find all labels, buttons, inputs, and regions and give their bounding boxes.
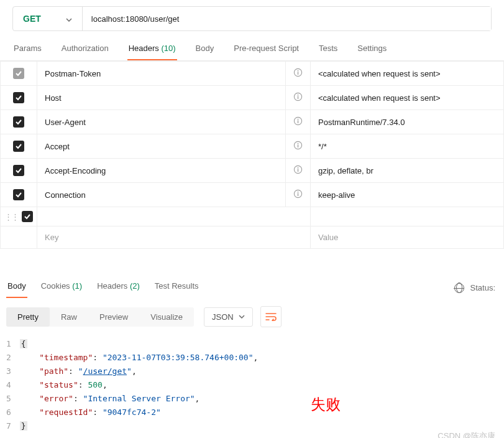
header-value[interactable]: PostmanRuntime/7.34.0 <box>311 110 504 134</box>
format-label: JSON <box>212 312 234 322</box>
info-icon[interactable] <box>286 183 311 207</box>
tab-settings[interactable]: Settings <box>356 37 388 60</box>
watermark: CSDN @陈亦康 <box>438 431 495 438</box>
tab-body[interactable]: Body <box>195 37 216 60</box>
response-tabs: Body Cookies (1) Headers (2) Test Result… <box>0 268 504 299</box>
line-gutter: 1234567 <box>6 337 20 433</box>
svg-rect-11 <box>298 144 298 147</box>
table-row[interactable]: Connectionkeep-alive <box>1 183 504 207</box>
header-key[interactable]: User-Agent <box>37 110 286 134</box>
header-checkbox[interactable] <box>13 92 24 103</box>
svg-rect-14 <box>298 169 298 172</box>
info-icon[interactable] <box>286 62 311 86</box>
response-tab-testresults[interactable]: Test Results <box>153 277 200 298</box>
svg-point-4 <box>298 95 299 96</box>
chevron-down-icon <box>239 315 245 319</box>
header-key[interactable]: Postman-Token <box>37 62 286 86</box>
response-view-row: Pretty Raw Preview Visualize JSON <box>0 299 504 335</box>
resp-headers-count: (2) <box>130 281 140 291</box>
header-checkbox[interactable] <box>13 189 24 200</box>
placeholder-row[interactable]: Key Value <box>1 226 504 249</box>
info-icon[interactable] <box>286 134 311 159</box>
value-placeholder[interactable]: Value <box>311 226 504 249</box>
header-checkbox[interactable] <box>13 165 24 176</box>
url-input[interactable] <box>83 7 491 30</box>
cookies-label: Cookies <box>41 281 70 291</box>
globe-icon[interactable] <box>454 283 464 293</box>
http-method-label: GET <box>23 14 41 24</box>
drag-handle-icon[interactable]: ⋮⋮ <box>4 212 18 221</box>
json-content[interactable]: { "timestamp": "2023-11-07T03:39:58.746+… <box>20 337 259 433</box>
request-tabs: Params Authorization Headers (10) Body P… <box>0 37 504 61</box>
header-key[interactable]: Host <box>37 86 286 110</box>
header-key[interactable]: Accept <box>37 134 286 159</box>
view-mode-group: Pretty Raw Preview Visualize <box>6 307 194 327</box>
chevron-down-icon <box>66 14 72 24</box>
headers-table: Postman-Token<calculated when request is… <box>0 61 504 249</box>
tab-headers-label: Headers <box>129 44 159 53</box>
svg-rect-8 <box>298 120 298 123</box>
tab-authorization[interactable]: Authorization <box>60 37 110 60</box>
key-placeholder[interactable]: Key <box>37 226 311 249</box>
view-raw[interactable]: Raw <box>50 307 88 327</box>
header-value[interactable]: keep-alive <box>311 183 504 207</box>
svg-point-7 <box>298 119 299 120</box>
header-checkbox[interactable] <box>13 116 24 128</box>
tab-params[interactable]: Params <box>12 37 43 60</box>
header-value[interactable]: */* <box>311 134 504 159</box>
request-url-bar: GET <box>12 6 492 31</box>
annotation-failure: 失败 <box>311 394 341 414</box>
header-value[interactable]: <calculated when request is sent> <box>311 62 504 86</box>
response-tab-body[interactable]: Body <box>6 277 27 298</box>
tab-headers[interactable]: Headers (10) <box>127 37 177 60</box>
resp-headers-label: Headers <box>97 281 127 291</box>
view-preview[interactable]: Preview <box>88 307 139 327</box>
wrap-lines-button[interactable] <box>260 306 282 327</box>
header-checkbox[interactable] <box>13 141 24 152</box>
header-key[interactable]: Connection <box>37 183 286 207</box>
response-tab-headers[interactable]: Headers (2) <box>96 277 141 298</box>
svg-rect-2 <box>298 72 298 75</box>
table-row[interactable]: Accept*/* <box>1 134 504 159</box>
header-value[interactable]: <calculated when request is sent> <box>311 86 504 110</box>
view-pretty[interactable]: Pretty <box>6 307 50 327</box>
response-body-code[interactable]: 1234567 { "timestamp": "2023-11-07T03:39… <box>0 335 504 438</box>
svg-point-10 <box>298 143 299 144</box>
response-tab-cookies[interactable]: Cookies (1) <box>40 277 83 298</box>
wrap-icon <box>265 312 277 321</box>
header-checkbox[interactable] <box>13 68 24 79</box>
table-row[interactable]: User-AgentPostmanRuntime/7.34.0 <box>1 110 504 134</box>
tab-tests[interactable]: Tests <box>318 37 339 60</box>
svg-point-16 <box>298 192 299 193</box>
info-icon[interactable] <box>286 110 311 134</box>
cookies-count: (1) <box>72 281 82 291</box>
table-row[interactable]: Host<calculated when request is sent> <box>1 86 504 110</box>
http-method-select[interactable]: GET <box>13 7 83 30</box>
view-visualize[interactable]: Visualize <box>139 307 194 327</box>
status-label: Status: <box>470 283 495 292</box>
header-key[interactable]: Accept-Encoding <box>37 159 286 183</box>
info-icon[interactable] <box>286 86 311 110</box>
new-header-row[interactable]: ⋮⋮ <box>1 207 504 226</box>
info-icon[interactable] <box>286 159 311 183</box>
svg-rect-5 <box>298 96 298 99</box>
format-select[interactable]: JSON <box>204 307 253 327</box>
tab-headers-count: (10) <box>161 44 175 53</box>
table-row[interactable]: Postman-Token<calculated when request is… <box>1 62 504 86</box>
table-row[interactable]: Accept-Encodinggzip, deflate, br <box>1 159 504 183</box>
svg-rect-17 <box>298 193 298 196</box>
svg-point-1 <box>298 70 299 72</box>
svg-point-13 <box>298 167 299 169</box>
tab-prerequest[interactable]: Pre-request Script <box>232 37 300 60</box>
response-status-area: Status: <box>454 283 498 293</box>
header-checkbox[interactable] <box>22 211 33 222</box>
header-value[interactable]: gzip, deflate, br <box>311 159 504 183</box>
